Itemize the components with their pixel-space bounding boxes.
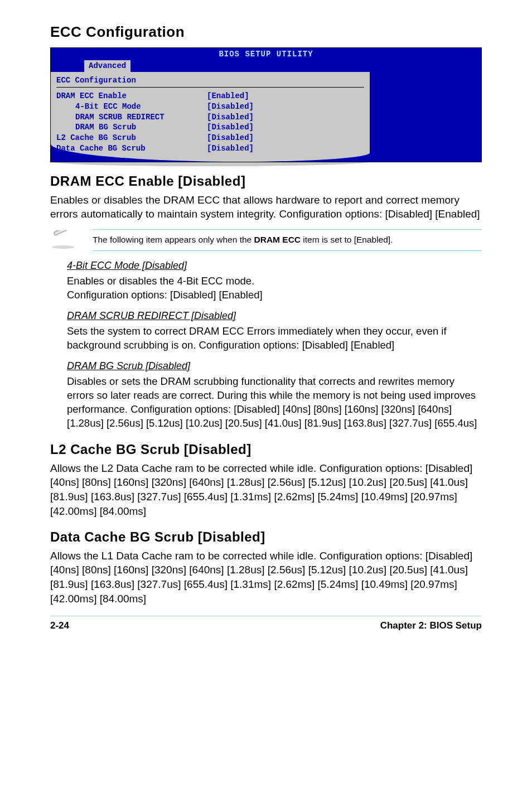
note-suffix: item is set to [Enabled]. — [301, 235, 393, 244]
bios-row-value: [Disabled] — [207, 133, 364, 143]
bios-tab-advanced: Advanced — [84, 60, 130, 72]
bios-row: DRAM ECC Enable[Enabled] — [56, 91, 364, 102]
pencil-note-icon — [50, 230, 76, 249]
bios-screenshot: BIOS SETUP UTILITY Advanced ECC Configur… — [50, 47, 482, 162]
bios-row-value: [Disabled] — [207, 102, 364, 112]
page-footer: 2-24 Chapter 2: BIOS Setup — [50, 616, 482, 632]
text-dram-ecc-enable-desc: Enables or disables the DRAM ECC that al… — [50, 193, 482, 221]
bios-row-value: [Enabled] — [207, 91, 364, 102]
heading-ecc-configuration: ECC Configuration — [50, 22, 482, 42]
bios-row-label: 4-Bit ECC Mode — [56, 102, 207, 112]
subitem-bg-scrub-body: Disables or sets the DRAM scrubbing func… — [67, 375, 482, 431]
svg-point-0 — [52, 245, 74, 249]
note-prefix: The following item appears only when the — [93, 235, 254, 244]
heading-dram-ecc-enable: DRAM ECC Enable [Disabled] — [50, 172, 482, 190]
bios-panel-title: ECC Configuration — [56, 75, 364, 88]
bios-panel-right — [370, 72, 481, 162]
text-data-desc: Allows the L1 Data Cache ram to be corre… — [50, 549, 482, 606]
heading-data-cache-bg-scrub: Data Cache BG Scrub [Disabled] — [50, 528, 482, 546]
text-l2-desc: Allows the L2 Data Cache ram to be corre… — [50, 461, 482, 519]
subitem-scrub-redirect: DRAM SCRUB REDIRECT [Disabled] Sets the … — [50, 309, 482, 352]
svg-rect-1 — [54, 230, 70, 235]
subitem-4bit-ecc: 4-Bit ECC Mode [Disabled] Enables or dis… — [50, 259, 482, 302]
bios-row: DRAM SCRUB REDIRECT[Disabled] — [56, 112, 364, 123]
subitem-scrub-redirect-head: DRAM SCRUB REDIRECT [Disabled] — [67, 309, 482, 322]
note-text: The following item appears only when the… — [93, 229, 482, 251]
subitem-scrub-redirect-body: Sets the system to correct DRAM ECC Erro… — [67, 325, 482, 352]
bios-row-value: [Disabled] — [207, 122, 364, 133]
footer-page-number: 2-24 — [50, 620, 69, 632]
subitem-bg-scrub: DRAM BG Scrub [Disabled] Disables or set… — [50, 359, 482, 431]
bios-title: BIOS SETUP UTILITY — [51, 48, 481, 61]
bios-rows: DRAM ECC Enable[Enabled]4-Bit ECC Mode[D… — [56, 91, 364, 154]
bios-row-value: [Disabled] — [207, 143, 364, 154]
bios-row-label: DRAM ECC Enable — [56, 91, 207, 102]
bios-row-value: [Disabled] — [207, 112, 364, 123]
bios-row: Data Cache BG Scrub[Disabled] — [56, 143, 364, 154]
heading-l2-cache-bg-scrub: L2 Cache BG Scrub [Disabled] — [50, 441, 482, 458]
bios-row-label: DRAM SCRUB REDIRECT — [56, 112, 207, 123]
bios-row: DRAM BG Scrub[Disabled] — [56, 122, 364, 133]
footer-chapter: Chapter 2: BIOS Setup — [380, 620, 482, 632]
subitem-4bit-ecc-body: Enables or disables the 4-Bit ECC mode. … — [67, 274, 482, 302]
bios-row-label: DRAM BG Scrub — [56, 122, 207, 133]
bios-row-label: Data Cache BG Scrub — [56, 143, 207, 154]
note-bold: DRAM ECC — [254, 235, 301, 244]
bios-row-label: L2 Cache BG Scrub — [56, 133, 207, 143]
subitem-4bit-ecc-head: 4-Bit ECC Mode [Disabled] — [67, 259, 482, 272]
bios-row: L2 Cache BG Scrub[Disabled] — [56, 133, 364, 143]
note-row: The following item appears only when the… — [50, 229, 482, 251]
bios-row: 4-Bit ECC Mode[Disabled] — [56, 102, 364, 112]
bios-panel-left: ECC Configuration DRAM ECC Enable[Enable… — [51, 72, 370, 162]
subitem-bg-scrub-head: DRAM BG Scrub [Disabled] — [67, 359, 482, 373]
